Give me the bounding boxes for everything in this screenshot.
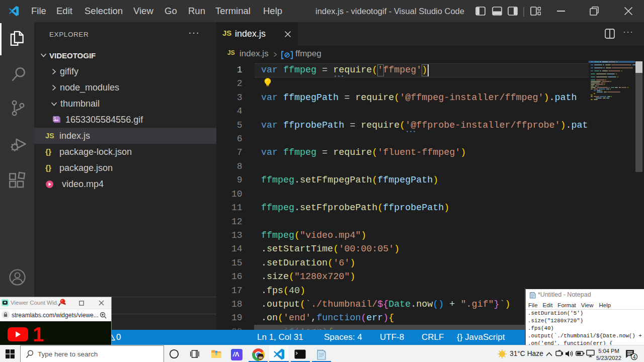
- svg-text:4: 4: [633, 354, 636, 360]
